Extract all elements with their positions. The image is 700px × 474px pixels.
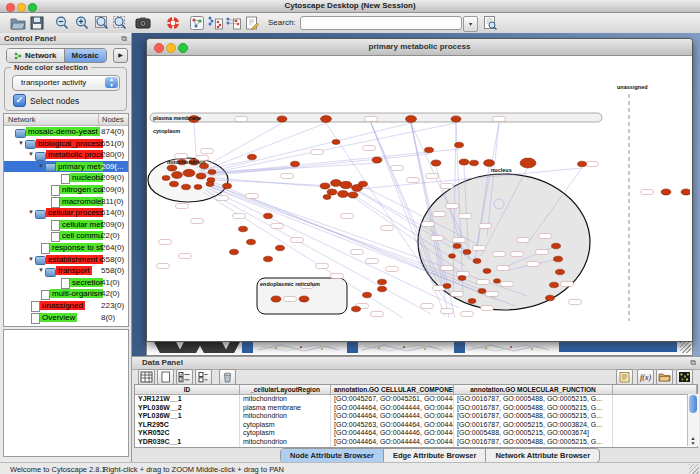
network-node[interactable]: [299, 296, 309, 302]
network-node[interactable]: [468, 299, 476, 304]
table-row[interactable]: YKR052Ccytoplasm[GO:0044464, GO:0044446,…: [135, 429, 697, 438]
annotation-icon[interactable]: [244, 15, 260, 31]
network-node[interactable]: [271, 296, 281, 302]
table-cell[interactable]: [613, 412, 697, 421]
table-cell[interactable]: [GO:0044464, GO:0044444, GO:0044425, G..…: [331, 404, 454, 413]
network-node[interactable]: [451, 116, 461, 122]
network-node[interactable]: [449, 254, 456, 258]
tab-mosaic[interactable]: Mosaic: [64, 49, 106, 62]
float-data-panel-icon[interactable]: ⧉: [690, 358, 696, 367]
network-node[interactable]: [264, 256, 273, 262]
network-node[interactable]: [264, 213, 273, 219]
table-cell[interactable]: [613, 404, 697, 413]
tree-item-metabolic-process[interactable]: ▼metabolic process280(0): [4, 149, 128, 161]
window-resize-grip-icon[interactable]: [680, 342, 691, 353]
table-scrollbar[interactable]: ▲▼: [687, 394, 699, 446]
column-header[interactable]: ID: [135, 385, 240, 394]
network-node[interactable]: [352, 306, 361, 312]
network-node[interactable]: [327, 189, 337, 195]
network-node[interactable]: [247, 239, 256, 245]
network-node[interactable]: [208, 170, 216, 175]
expander-triangle-icon[interactable]: ▼: [28, 256, 34, 262]
network-node[interactable]: [378, 286, 387, 292]
network-node[interactable]: [406, 116, 417, 123]
network-node[interactable]: [478, 289, 486, 294]
tab-network-attribute-browser[interactable]: Network Attribute Browser: [485, 449, 599, 462]
network-node[interactable]: [230, 249, 239, 255]
network-node[interactable]: [494, 279, 501, 283]
network-node[interactable]: [473, 259, 481, 264]
network-node[interactable]: [332, 140, 340, 145]
network-node[interactable]: [520, 158, 536, 168]
table-cell[interactable]: plasma membrane: [240, 404, 331, 413]
table-cell[interactable]: YPL036W__1: [135, 412, 240, 421]
table-cell[interactable]: [613, 395, 697, 404]
network-node[interactable]: [455, 142, 464, 148]
import-attributes-icon[interactable]: [656, 369, 673, 385]
network-canvas[interactable]: plasma membranecytoplasmmitochondrionnuc…: [147, 56, 690, 341]
network-node[interactable]: [661, 189, 671, 195]
zoom-fit-icon[interactable]: [94, 15, 110, 31]
network-node[interactable]: [372, 157, 382, 163]
network-node[interactable]: [320, 183, 330, 189]
zoom-out-icon[interactable]: [54, 15, 70, 31]
tree-item-biological-process[interactable]: ▼biological_process651(0): [4, 138, 128, 150]
column-header[interactable]: [613, 385, 697, 394]
network-node[interactable]: [338, 191, 349, 198]
network-node[interactable]: [458, 276, 466, 281]
tab-node-attribute-browser[interactable]: Node Attribute Browser: [281, 449, 383, 462]
tab-network[interactable]: Network: [7, 49, 64, 62]
attribute-batch-icon[interactable]: [616, 369, 633, 385]
column-header[interactable]: annotation.GO CELLULAR_COMPONENT: [331, 385, 454, 394]
table-cell[interactable]: [613, 429, 697, 438]
table-cell[interactable]: YJR121W__1: [135, 395, 240, 404]
network-node[interactable]: [183, 169, 195, 176]
table-cell[interactable]: cytoplasm: [240, 429, 331, 438]
select-attributes-icon[interactable]: [176, 369, 193, 385]
table-cell[interactable]: mitochondrion: [240, 438, 331, 447]
tree-item-establishment-of-lo[interactable]: ▼establishment of lo558(0): [4, 254, 128, 266]
network-node[interactable]: [359, 181, 368, 187]
table-cell[interactable]: [GO:0016787, GO:0005488, GO:0005215, G..…: [454, 438, 613, 447]
tree-item-overview[interactable]: Overview8(0): [4, 312, 128, 324]
network-node[interactable]: [248, 154, 257, 160]
table-cell[interactable]: [GO:0044464, GO:0044446, GO:0044444, G..…: [331, 429, 454, 438]
network-node[interactable]: [194, 185, 202, 190]
table-cell[interactable]: YLR295C: [135, 421, 240, 430]
table-cell[interactable]: [GO:0016787, GO:0005488, GO:0005215, G..…: [454, 404, 613, 413]
network-node[interactable]: [578, 161, 587, 167]
network-node[interactable]: [556, 269, 565, 275]
open-icon[interactable]: [10, 15, 26, 31]
network-node[interactable]: [550, 282, 559, 288]
network-node[interactable]: [348, 192, 358, 198]
network-node[interactable]: [378, 279, 387, 285]
network-node[interactable]: [196, 173, 206, 179]
table-cell[interactable]: mitochondrion: [240, 395, 331, 404]
network-node[interactable]: [170, 181, 179, 187]
table-row[interactable]: YLR295Ccytoplasm[GO:0045263, GO:0044464,…: [135, 421, 697, 430]
delete-attribute-icon[interactable]: [219, 369, 236, 385]
select-nodes-checkbox[interactable]: ✓: [13, 94, 26, 107]
tree-item-cellular-metabol[interactable]: cellular metabol209(0): [4, 219, 128, 231]
layout-edges-icon[interactable]: [225, 15, 241, 31]
network-node[interactable]: [321, 116, 332, 123]
unselect-attributes-icon[interactable]: [195, 369, 212, 385]
network-node[interactable]: [276, 245, 285, 251]
table-cell[interactable]: [GO:0005488, GO:0005215, GO:0003674]: [454, 429, 613, 438]
network-node[interactable]: [277, 116, 287, 122]
tree-item-cellular-process[interactable]: ▼cellular process614(0): [4, 207, 128, 219]
tree-item-mosaic-demo-yeast[interactable]: mosaic-demo-yeast874(0): [4, 126, 128, 138]
network-node[interactable]: [182, 184, 191, 190]
network-node[interactable]: [363, 292, 372, 298]
network-node[interactable]: [206, 182, 214, 187]
expander-triangle-icon[interactable]: ▼: [18, 140, 24, 146]
formula-icon[interactable]: f(x): [637, 369, 654, 385]
tree-item-transport[interactable]: ▼transport558(0): [4, 265, 128, 277]
table-cell[interactable]: [GO:0044464, GO:0044444, GO:0044425, G..…: [331, 412, 454, 421]
network-overview-icon[interactable]: [189, 15, 205, 31]
tree-item-response-to-stimulu[interactable]: response to stimulu264(0): [4, 242, 128, 254]
table-icon[interactable]: [138, 369, 155, 385]
table-cell[interactable]: [GO:0044464, GO:0044444, GO:0044425, G..…: [331, 438, 454, 447]
network-node[interactable]: [291, 161, 300, 167]
help-lifering-icon[interactable]: [165, 15, 181, 31]
